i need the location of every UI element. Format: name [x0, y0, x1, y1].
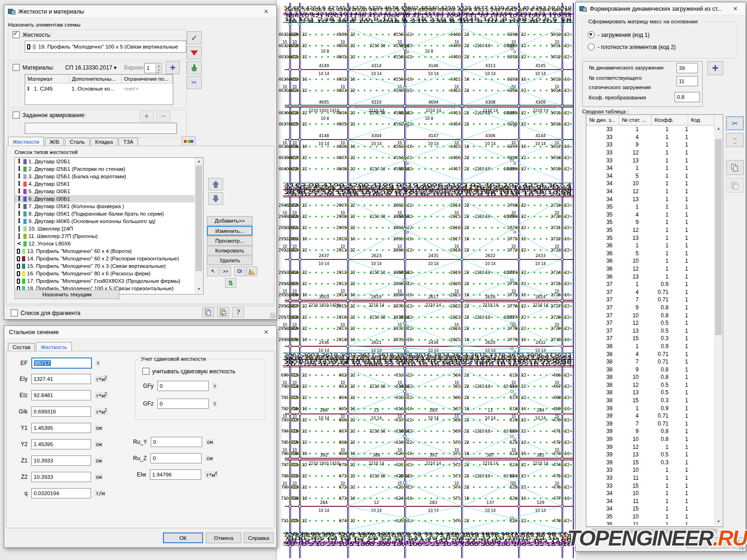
- table-row[interactable]: 3890.81: [586, 365, 723, 373]
- materials-table-row[interactable]: I1. С3451. Основные ко...<нет>: [25, 84, 173, 94]
- reinforcement-add-button[interactable]: +: [140, 111, 154, 122]
- table-row[interactable]: 38130.51: [586, 389, 723, 397]
- dialog-titlebar[interactable]: Формирование динамических загружений из …: [576, 2, 746, 15]
- list-item[interactable]: 16. Профиль "Молодечно" 80 х 6 (Раскосы …: [15, 270, 203, 277]
- table-row[interactable]: 341011: [586, 180, 723, 188]
- table-row[interactable]: 38150.31: [586, 397, 723, 405]
- table-row[interactable]: 341111: [586, 497, 723, 505]
- table-row[interactable]: 331111: [586, 474, 723, 482]
- table-row[interactable]: 35111: [586, 203, 723, 211]
- transfer-button[interactable]: ← →: [726, 133, 744, 147]
- list-scrollbar[interactable]: ▲ ▼: [195, 158, 203, 293]
- scroll-up-icon[interactable]: ▲: [195, 158, 203, 165]
- materials-col-header[interactable]: Материал: [25, 75, 70, 83]
- tab-Кладка[interactable]: Кладка: [91, 138, 118, 146]
- table-row[interactable]: 35911: [586, 218, 723, 226]
- help-button[interactable]: ?: [232, 307, 244, 317]
- list-item[interactable]: [11. Швеллер 27П (Прогоны): [15, 232, 203, 240]
- reinforcement-checkbox[interactable]: [13, 112, 20, 119]
- field-input[interactable]: 1.45395: [31, 423, 91, 433]
- table-row[interactable]: 39130.51: [586, 451, 723, 459]
- edit-button[interactable]: Изменить...: [207, 226, 253, 236]
- cancel-button[interactable]: Отмена: [206, 532, 241, 543]
- table-row[interactable]: 3790.81: [586, 304, 723, 312]
- radio-load-row[interactable]: - загружения (код 1): [588, 31, 649, 38]
- table-row[interactable]: 36111: [586, 242, 723, 250]
- materials-col-header[interactable]: Ограничения по...: [121, 75, 173, 83]
- set-current-button[interactable]: Назначить текущим: [14, 290, 120, 299]
- table-row[interactable]: 3810.91: [586, 343, 723, 350]
- cancel-button[interactable]: ✕: [710, 537, 730, 548]
- table-row[interactable]: 351011: [586, 513, 723, 521]
- renumber-button[interactable]: ΟΙ: [234, 266, 245, 276]
- scroll-thumb[interactable]: [196, 166, 202, 271]
- table-row[interactable]: 361011: [586, 257, 723, 265]
- table-row[interactable]: 331311: [586, 156, 723, 164]
- delete-button[interactable]: Удалить: [207, 256, 253, 265]
- list-item[interactable]: I6. Двутавр I30Б1: [15, 195, 203, 203]
- table-row[interactable]: 34111: [586, 164, 723, 172]
- radio-density-row[interactable]: - плотности элементов (код 2): [588, 43, 676, 50]
- table-row[interactable]: 3910.91: [586, 404, 723, 412]
- list-item[interactable]: 15. Профиль "Молодечно" 70 х 3 (Связи ве…: [15, 262, 203, 270]
- summary-col-header[interactable]: Коэфф.: [652, 115, 688, 125]
- list-item[interactable]: I4. Двутавр I25К1: [15, 180, 203, 188]
- ok-button[interactable]: ОК: [163, 532, 203, 543]
- table-row[interactable]: 391211: [586, 443, 723, 451]
- reinforcement-remove-button[interactable]: −: [156, 111, 170, 122]
- list-item[interactable]: I9. Двутавр I40К5 (Основные колонны боль…: [15, 217, 203, 225]
- table-row[interactable]: 37100.81: [586, 311, 723, 319]
- add-material-button[interactable]: +: [166, 61, 180, 74]
- materials-code-dropdown[interactable]: СП 16.13330.2017 ▾: [65, 64, 117, 71]
- table-row[interactable]: 3970.711: [586, 420, 723, 428]
- field-input[interactable]: 0: [157, 381, 209, 391]
- sync-button[interactable]: ⇅: [225, 278, 236, 288]
- field-input[interactable]: 1.94796: [150, 469, 201, 480]
- field-input[interactable]: 0: [157, 399, 209, 409]
- table-row[interactable]: 3840.711: [586, 350, 723, 358]
- table-row[interactable]: 341311: [586, 195, 723, 203]
- scroll-down-icon[interactable]: ▼: [715, 518, 722, 525]
- list-item[interactable]: [10. Швеллер [24П: [15, 225, 203, 232]
- list-item[interactable]: I3. Двутавр I25Б1 (Балка над воротами): [15, 173, 203, 180]
- list-item[interactable]: 14. Профиль "Молодечно" 60 х 2 (Распорки…: [15, 255, 203, 262]
- ok-button[interactable]: ✓: [687, 537, 708, 548]
- table-row[interactable]: 361311: [586, 273, 723, 280]
- tab-Жесткость[interactable]: Жесткость: [36, 342, 71, 351]
- table-row[interactable]: 331011: [586, 466, 723, 474]
- copy-table-button[interactable]: [726, 160, 744, 175]
- tab-Ж/Б[interactable]: Ж/Б: [45, 138, 64, 146]
- scroll-up-icon[interactable]: ▲: [715, 125, 722, 133]
- copy-button[interactable]: Копировать: [207, 246, 253, 255]
- materials-col-header[interactable]: Дополнительны...: [70, 75, 121, 83]
- radio-loads[interactable]: [588, 31, 595, 38]
- stat-load-input[interactable]: 11: [677, 76, 698, 86]
- table-row[interactable]: 39100.81: [586, 435, 723, 443]
- shear-checkbox[interactable]: [142, 368, 149, 375]
- table-row[interactable]: 33111: [586, 126, 723, 133]
- list-item[interactable]: <12. Уголок L80Х6: [15, 240, 203, 247]
- list-item[interactable]: I7. Двутавр I35К1 (Колонны фахверка ): [15, 203, 203, 210]
- table-row[interactable]: 37130.51: [586, 327, 723, 335]
- table-v-scrollbar[interactable]: ▲ ▼: [714, 125, 722, 525]
- table-row[interactable]: 38100.81: [586, 373, 723, 381]
- table-row[interactable]: 3710.91: [586, 280, 723, 288]
- table-row[interactable]: 351111: [586, 520, 723, 525]
- stiffness-checkbox[interactable]: ✓: [13, 31, 20, 38]
- cut-button[interactable]: ✂: [187, 76, 202, 89]
- resize-grip[interactable]: [270, 313, 275, 318]
- model-canvas[interactable]: 4631224649224599224556224448226390225910…: [276, 0, 576, 560]
- table-row[interactable]: 351211: [586, 226, 723, 234]
- scroll-left-icon[interactable]: ◄: [586, 529, 590, 533]
- close-icon[interactable]: ×: [260, 7, 273, 16]
- table-row[interactable]: 331511: [586, 482, 723, 490]
- cut-row-button[interactable]: ✂: [726, 116, 744, 130]
- koef-input[interactable]: 0.8: [675, 92, 700, 102]
- current-stiffness-field[interactable]: 19. Профиль "Молодечно" 100 х 5 (Связи в…: [25, 41, 186, 53]
- list-item[interactable]: 17. Профиль "Молодечно" Гнз80Х80Х3 (Прод…: [15, 277, 203, 285]
- table-row[interactable]: 34511: [586, 172, 723, 180]
- tab-Сталь[interactable]: Сталь: [65, 138, 90, 146]
- paint-button[interactable]: [187, 61, 202, 74]
- help-button[interactable]: Справка: [244, 532, 274, 543]
- palette-button[interactable]: [182, 136, 196, 146]
